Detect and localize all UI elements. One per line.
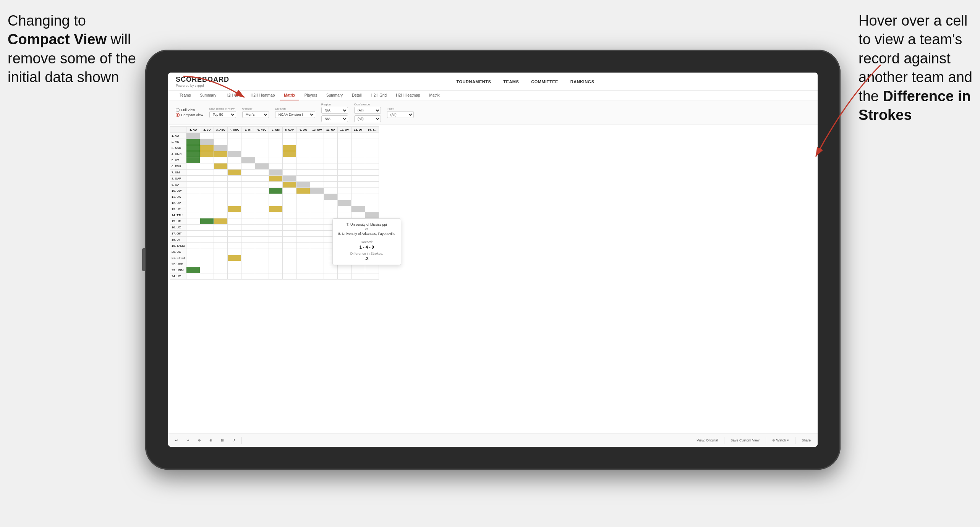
cell-12-1[interactable] — [200, 206, 214, 212]
cell-18-6[interactable] — [269, 243, 283, 249]
cell-18-3[interactable] — [228, 243, 241, 249]
cell-10-3[interactable] — [228, 194, 241, 200]
cell-19-7[interactable] — [283, 249, 296, 255]
tab-matrix2[interactable]: Matrix — [426, 91, 444, 100]
cell-16-1[interactable] — [200, 231, 214, 237]
cell-5-3[interactable] — [228, 163, 241, 170]
cell-12-3[interactable] — [228, 206, 241, 212]
cell-18-8[interactable] — [296, 243, 310, 249]
cell-20-7[interactable] — [283, 255, 296, 261]
cell-17-1[interactable] — [200, 237, 214, 243]
cell-1-8[interactable] — [296, 139, 310, 145]
cell-14-4[interactable] — [241, 218, 255, 225]
cell-19-0[interactable] — [186, 249, 200, 255]
cell-11-5[interactable] — [255, 200, 269, 206]
cell-14-6[interactable] — [269, 218, 283, 225]
cell-8-11[interactable] — [338, 182, 352, 188]
cell-4-3[interactable] — [228, 157, 241, 163]
cell-22-13[interactable] — [365, 267, 379, 273]
cell-4-10[interactable] — [324, 157, 338, 163]
cell-2-6[interactable] — [269, 145, 283, 151]
cell-17-2[interactable] — [214, 237, 228, 243]
cell-7-4[interactable] — [241, 176, 255, 182]
cell-21-6[interactable] — [269, 261, 283, 267]
cell-9-11[interactable] — [338, 188, 352, 194]
cell-12-13[interactable] — [365, 206, 379, 212]
cell-14-3[interactable] — [228, 218, 241, 225]
cell-8-6[interactable] — [269, 182, 283, 188]
cell-9-9[interactable] — [310, 188, 324, 194]
cell-0-6[interactable] — [269, 133, 283, 139]
cell-0-11[interactable] — [338, 133, 352, 139]
cell-0-10[interactable] — [324, 133, 338, 139]
cell-0-8[interactable] — [296, 133, 310, 139]
cell-12-8[interactable] — [296, 206, 310, 212]
nav-rankings[interactable]: RANKINGS — [568, 78, 597, 86]
cell-2-1[interactable] — [200, 145, 214, 151]
cell-11-13[interactable] — [365, 200, 379, 206]
cell-0-7[interactable] — [283, 133, 296, 139]
cell-13-11[interactable] — [338, 212, 352, 218]
nav-tournaments[interactable]: TOURNAMENTS — [454, 78, 493, 86]
cell-11-4[interactable] — [241, 200, 255, 206]
cell-12-4[interactable] — [241, 206, 255, 212]
cell-21-0[interactable] — [186, 261, 200, 267]
cell-15-8[interactable] — [296, 225, 310, 231]
cell-23-8[interactable] — [296, 273, 310, 280]
cell-11-6[interactable] — [269, 200, 283, 206]
cell-17-0[interactable] — [186, 237, 200, 243]
cell-9-3[interactable] — [228, 188, 241, 194]
cell-19-1[interactable] — [200, 249, 214, 255]
cell-5-9[interactable] — [310, 163, 324, 170]
cell-0-12[interactable] — [352, 133, 365, 139]
cell-9-6[interactable] — [269, 188, 283, 194]
cell-16-7[interactable] — [283, 231, 296, 237]
cell-18-7[interactable] — [283, 243, 296, 249]
cell-1-10[interactable] — [324, 139, 338, 145]
cell-8-7[interactable] — [283, 182, 296, 188]
cell-10-10[interactable] — [324, 194, 338, 200]
cell-13-2[interactable] — [214, 212, 228, 218]
cell-7-12[interactable] — [352, 176, 365, 182]
cell-3-12[interactable] — [352, 151, 365, 157]
cell-0-9[interactable] — [310, 133, 324, 139]
cell-5-1[interactable] — [200, 163, 214, 170]
cell-14-1[interactable] — [200, 218, 214, 225]
cell-21-5[interactable] — [255, 261, 269, 267]
cell-17-7[interactable] — [283, 237, 296, 243]
cell-12-11[interactable] — [338, 206, 352, 212]
cell-15-4[interactable] — [241, 225, 255, 231]
cell-3-10[interactable] — [324, 151, 338, 157]
max-teams-select[interactable]: Top 50 — [209, 111, 236, 118]
cell-20-1[interactable] — [200, 255, 214, 261]
tab-h2h-heatmap1[interactable]: H2H Heatmap — [247, 91, 279, 100]
cell-2-4[interactable] — [241, 145, 255, 151]
cell-2-2[interactable] — [214, 145, 228, 151]
cell-19-6[interactable] — [269, 249, 283, 255]
cell-10-1[interactable] — [200, 194, 214, 200]
cell-1-7[interactable] — [283, 139, 296, 145]
cell-1-3[interactable] — [228, 139, 241, 145]
cell-21-2[interactable] — [214, 261, 228, 267]
cell-22-8[interactable] — [296, 267, 310, 273]
cell-16-3[interactable] — [228, 231, 241, 237]
cell-5-6[interactable] — [269, 163, 283, 170]
cell-7-6[interactable] — [269, 176, 283, 182]
cell-4-11[interactable] — [338, 157, 352, 163]
cell-18-5[interactable] — [255, 243, 269, 249]
cell-19-5[interactable] — [255, 249, 269, 255]
cell-1-1[interactable] — [200, 139, 214, 145]
cell-19-4[interactable] — [241, 249, 255, 255]
nav-committee[interactable]: COMMITTEE — [529, 78, 560, 86]
cell-6-1[interactable] — [200, 170, 214, 176]
cell-2-3[interactable] — [228, 145, 241, 151]
cell-1-11[interactable] — [338, 139, 352, 145]
cell-18-2[interactable] — [214, 243, 228, 249]
cell-16-4[interactable] — [241, 231, 255, 237]
cell-20-0[interactable] — [186, 255, 200, 261]
region-select1[interactable]: N/A — [321, 107, 348, 114]
cell-6-2[interactable] — [214, 170, 228, 176]
cell-23-2[interactable] — [214, 273, 228, 280]
cell-8-10[interactable] — [324, 182, 338, 188]
cell-10-4[interactable] — [241, 194, 255, 200]
